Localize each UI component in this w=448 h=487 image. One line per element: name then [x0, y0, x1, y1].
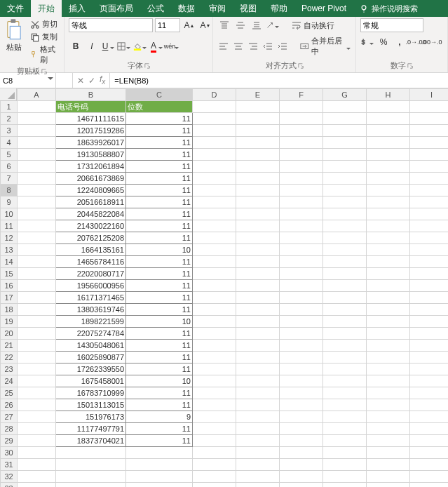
cell-B29[interactable]: 18373704021 [56, 435, 126, 447]
row-header-16[interactable]: 16 [1, 280, 18, 292]
worksheet-grid[interactable]: ABCDEFGHI 1电话号码位数21467111161511312017519… [0, 88, 448, 487]
cell-I10[interactable] [410, 208, 449, 220]
cell-A10[interactable] [18, 208, 56, 220]
font-name-select[interactable] [69, 18, 153, 32]
cell-G8[interactable] [323, 185, 367, 196]
row-header-13[interactable]: 13 [1, 244, 18, 256]
row-header-18[interactable]: 18 [1, 304, 18, 316]
col-header-A[interactable]: A [18, 89, 56, 101]
cell-D18[interactable] [193, 304, 236, 316]
align-left-button[interactable] [217, 39, 230, 53]
cell-F30[interactable] [280, 447, 323, 459]
cell-A3[interactable] [18, 125, 56, 137]
cell-E14[interactable] [236, 256, 280, 268]
cell-G4[interactable] [323, 137, 367, 149]
accounting-format-button[interactable]: $ [360, 35, 374, 49]
cell-F23[interactable] [280, 363, 323, 375]
cell-F4[interactable] [280, 137, 323, 149]
font-color-button[interactable]: A [149, 39, 163, 53]
cell-I29[interactable] [410, 435, 449, 447]
cell-B2[interactable]: 14671111615 [56, 113, 126, 125]
cell-I21[interactable] [410, 340, 449, 352]
font-size-select[interactable] [155, 18, 180, 32]
cell-E7[interactable] [236, 173, 280, 185]
cell-A1[interactable] [18, 101, 56, 113]
cell-H17[interactable] [367, 292, 410, 304]
row-header-20[interactable]: 20 [1, 328, 18, 340]
cell-F16[interactable] [280, 280, 323, 292]
cell-E21[interactable] [236, 340, 280, 352]
cell-C17[interactable]: 11 [126, 292, 193, 304]
cell-A19[interactable] [18, 316, 56, 328]
cell-H19[interactable] [367, 316, 410, 328]
cell-F20[interactable] [280, 328, 323, 340]
cell-D9[interactable] [193, 196, 236, 208]
cell-G12[interactable] [323, 232, 367, 244]
cell-F26[interactable] [280, 399, 323, 411]
cell-A12[interactable] [18, 232, 56, 244]
cell-G1[interactable] [323, 101, 367, 113]
row-header-7[interactable]: 7 [1, 173, 18, 185]
cell-G24[interactable] [323, 375, 367, 387]
row-header-14[interactable]: 14 [1, 256, 18, 268]
cell-H14[interactable] [367, 256, 410, 268]
cell-H9[interactable] [367, 196, 410, 208]
cell-B6[interactable]: 17312061894 [56, 161, 126, 173]
row-header-19[interactable]: 19 [1, 316, 18, 328]
cell-I7[interactable] [410, 173, 449, 185]
cell-H20[interactable] [367, 328, 410, 340]
cell-A11[interactable] [18, 220, 56, 232]
cell-E16[interactable] [236, 280, 280, 292]
cell-B19[interactable]: 1898221599 [56, 316, 126, 328]
cell-I32[interactable] [410, 471, 449, 483]
merge-center-button[interactable]: 合并后居中 [298, 35, 351, 58]
name-box-input[interactable] [3, 76, 41, 85]
row-header-26[interactable]: 26 [1, 399, 18, 411]
cell-A4[interactable] [18, 137, 56, 149]
cell-C31[interactable] [126, 459, 193, 471]
chevron-down-icon[interactable] [48, 77, 53, 83]
cell-I4[interactable] [410, 137, 449, 149]
cell-B8[interactable]: 12240809665 [56, 185, 126, 196]
cell-F17[interactable] [280, 292, 323, 304]
cell-H8[interactable] [367, 185, 410, 196]
menu-tab[interactable]: 公式 [140, 0, 171, 17]
row-header-32[interactable]: 32 [1, 471, 18, 483]
cell-G10[interactable] [323, 208, 367, 220]
cell-G23[interactable] [323, 363, 367, 375]
cell-G29[interactable] [323, 435, 367, 447]
cell-F33[interactable] [280, 483, 323, 488]
cell-H6[interactable] [367, 161, 410, 173]
cell-B27[interactable]: 151976173 [56, 411, 126, 423]
cell-A31[interactable] [18, 459, 56, 471]
comma-button[interactable]: , [393, 35, 407, 49]
menu-tab[interactable]: 审阅 [202, 0, 233, 17]
col-header-F[interactable]: F [280, 89, 323, 101]
cell-C26[interactable]: 11 [126, 399, 193, 411]
cell-G27[interactable] [323, 411, 367, 423]
cell-B15[interactable]: 22020080717 [56, 268, 126, 280]
cell-G11[interactable] [323, 220, 367, 232]
row-header-23[interactable]: 23 [1, 363, 18, 375]
cell-D3[interactable] [193, 125, 236, 137]
cell-C21[interactable]: 11 [126, 340, 193, 352]
cell-C11[interactable]: 11 [126, 220, 193, 232]
cell-D6[interactable] [193, 161, 236, 173]
cell-F22[interactable] [280, 352, 323, 363]
cell-F28[interactable] [280, 423, 323, 435]
cell-G28[interactable] [323, 423, 367, 435]
cell-F6[interactable] [280, 161, 323, 173]
col-header-C[interactable]: C [126, 89, 193, 101]
cell-D15[interactable] [193, 268, 236, 280]
cell-E30[interactable] [236, 447, 280, 459]
cell-A8[interactable] [18, 185, 56, 196]
cell-H28[interactable] [367, 423, 410, 435]
row-header-28[interactable]: 28 [1, 423, 18, 435]
cell-A23[interactable] [18, 363, 56, 375]
cell-E17[interactable] [236, 292, 280, 304]
row-header-21[interactable]: 21 [1, 340, 18, 352]
cell-C19[interactable]: 10 [126, 316, 193, 328]
cell-I13[interactable] [410, 244, 449, 256]
cell-G13[interactable] [323, 244, 367, 256]
cell-C14[interactable]: 11 [126, 256, 193, 268]
